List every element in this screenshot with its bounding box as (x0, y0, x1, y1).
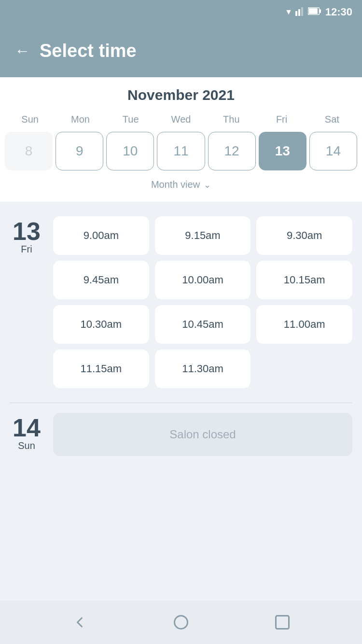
svg-rect-2 (301, 7, 303, 16)
bottom-nav (0, 601, 362, 644)
svg-rect-7 (276, 616, 289, 629)
nav-home-button[interactable] (169, 610, 193, 634)
time-slot-1130am[interactable]: 11.30am (155, 350, 251, 388)
day-cell-13[interactable]: 13 (259, 132, 306, 170)
month-view-label: Month view (151, 179, 200, 190)
day-header-sun: Sun (5, 111, 55, 128)
salon-closed-box: Salon closed (53, 413, 352, 456)
day-header-thu: Thu (206, 111, 256, 128)
day-cell-11[interactable]: 11 (157, 132, 205, 170)
day-section-13: 13 Fri 9.00am 9.15am 9.30am 9.45am 10.00… (0, 211, 362, 398)
day-headers-row: Sun Mon Tue Wed Thu Fri Sat (0, 111, 362, 128)
day-cell-14[interactable]: 14 (309, 132, 357, 170)
day-cell-10[interactable]: 10 (106, 132, 154, 170)
svg-rect-1 (298, 9, 300, 16)
time-slot-945am[interactable]: 9.45am (53, 261, 149, 299)
svg-rect-5 (320, 9, 321, 13)
day-header-fri: Fri (256, 111, 306, 128)
salon-closed-label: Salon closed (169, 428, 236, 441)
signal-icon (295, 6, 305, 18)
time-slot-915am[interactable]: 9.15am (155, 216, 251, 255)
week-row: 8 9 10 11 12 13 14 (0, 128, 362, 174)
day-name-14: Sun (18, 440, 35, 451)
day-header-tue: Tue (106, 111, 156, 128)
calendar-section: November 2021 Sun Mon Tue Wed Thu Fri Sa… (0, 77, 362, 202)
day-cell-9[interactable]: 9 (56, 132, 103, 170)
back-button[interactable]: ← (14, 42, 30, 60)
day-section-14: 14 Sun Salon closed (0, 408, 362, 466)
battery-icon (308, 7, 321, 17)
day-cell-12[interactable]: 12 (208, 132, 256, 170)
main-content: 13 Fri 9.00am 9.15am 9.30am 9.45am 10.00… (0, 202, 362, 601)
wifi-icon: ▼ (285, 8, 292, 16)
time-slot-1115am[interactable]: 11.15am (53, 350, 149, 388)
chevron-down-icon: ⌄ (204, 180, 211, 190)
day-name-13: Fri (21, 244, 32, 255)
day-cell-8[interactable]: 8 (5, 132, 53, 170)
day-header-mon: Mon (55, 111, 105, 128)
day-label-13: 13 Fri (10, 216, 43, 388)
time-slot-1030am[interactable]: 10.30am (53, 305, 149, 344)
status-icons: ▼ (285, 6, 321, 18)
day-number-13: 13 (13, 219, 41, 244)
day-header-wed: Wed (156, 111, 206, 128)
day-label-14: 14 Sun (10, 413, 43, 456)
section-divider (10, 403, 352, 403)
month-view-toggle[interactable]: Month view ⌄ (0, 174, 362, 197)
nav-recent-button[interactable] (270, 610, 294, 634)
svg-rect-0 (295, 11, 297, 16)
time-slot-1045am[interactable]: 10.45am (155, 305, 251, 344)
time-slot-930am[interactable]: 9.30am (256, 216, 352, 255)
day-number-14: 14 (13, 415, 41, 440)
status-bar: ▼ 12:30 (0, 0, 362, 24)
time-slot-1015am[interactable]: 10.15am (256, 261, 352, 299)
status-time: 12:30 (325, 6, 352, 18)
page-title: Select time (40, 41, 137, 61)
app-header: ← Select time (0, 24, 362, 77)
nav-back-button[interactable] (68, 610, 92, 634)
time-slot-900am[interactable]: 9.00am (53, 216, 149, 255)
svg-rect-4 (309, 8, 318, 14)
day-header-sat: Sat (307, 111, 357, 128)
time-slot-1100am[interactable]: 11.00am (256, 305, 352, 344)
month-year-title: November 2021 (0, 87, 362, 103)
time-slots-grid-13: 9.00am 9.15am 9.30am 9.45am 10.00am 10.1… (53, 216, 352, 388)
svg-point-6 (175, 616, 188, 629)
time-slot-1000am[interactable]: 10.00am (155, 261, 251, 299)
